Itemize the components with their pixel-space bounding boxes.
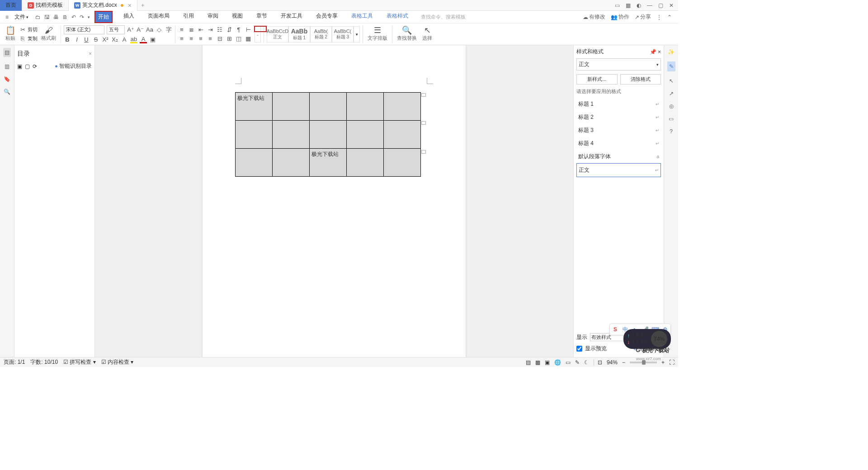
- menu-start[interactable]: 开始: [94, 11, 113, 23]
- app-menu-icon[interactable]: ≡: [4, 13, 10, 21]
- share-icon[interactable]: ↗: [669, 90, 674, 97]
- menu-layout[interactable]: 页面布局: [145, 11, 172, 23]
- font-select[interactable]: [64, 25, 104, 34]
- text-effects-icon[interactable]: A: [121, 36, 128, 43]
- page-indicator[interactable]: 页面: 1/1: [4, 358, 25, 366]
- style-entry-h4[interactable]: 标题 4↵: [576, 137, 661, 150]
- tab-close-icon[interactable]: ×: [128, 2, 132, 9]
- focus-mode-icon[interactable]: ✎: [575, 359, 580, 366]
- save-icon[interactable]: 🖫: [44, 14, 50, 20]
- borders-icon[interactable]: ▦: [245, 35, 252, 42]
- command-search[interactable]: 查找命令、搜索模板: [421, 14, 466, 20]
- highlight-icon[interactable]: ab: [130, 36, 137, 43]
- menu-review[interactable]: 审阅: [205, 11, 221, 23]
- layout-icon[interactable]: ▭: [614, 2, 620, 9]
- line-spacing-icon[interactable]: ⇵: [226, 26, 233, 33]
- menu-member[interactable]: 会员专享: [313, 11, 340, 23]
- nav-expand-icon[interactable]: ▣: [17, 63, 22, 70]
- clear-format-icon[interactable]: ◇: [156, 26, 163, 33]
- clear-format-button[interactable]: 清除格式: [620, 74, 661, 85]
- content-check-button[interactable]: ☑ 内容检查 ▾: [101, 358, 134, 366]
- align-center-icon[interactable]: ≡: [188, 35, 195, 42]
- grid-icon[interactable]: ▦: [625, 2, 631, 9]
- tab-document[interactable]: W 英文文档.docx ×: [69, 0, 137, 11]
- sparkle-icon[interactable]: ✨: [668, 49, 675, 55]
- menu-references[interactable]: 引用: [180, 11, 197, 23]
- menu-table-style[interactable]: 表格样式: [384, 11, 411, 23]
- tab-home[interactable]: 首页: [0, 0, 22, 11]
- qat-dropdown-icon[interactable]: ▾: [88, 15, 90, 19]
- menu-view[interactable]: 视图: [229, 11, 245, 23]
- cell-r3c4[interactable]: [347, 149, 384, 177]
- tablet-icon[interactable]: ▭: [669, 116, 674, 122]
- collab-button[interactable]: 👥 协作: [611, 13, 629, 21]
- spell-check-button[interactable]: ☑ 拼写检查 ▾: [63, 358, 96, 366]
- paste-icon[interactable]: 📋: [7, 27, 14, 34]
- style-entry-h1[interactable]: 标题 1↵: [576, 98, 661, 111]
- pane-close-icon[interactable]: ×: [658, 49, 661, 55]
- share-button[interactable]: ↗ 分享: [635, 13, 651, 21]
- shading-icon[interactable]: ◫: [235, 35, 242, 42]
- cell-r2c4[interactable]: [347, 121, 384, 149]
- zoom-slider[interactable]: [630, 362, 657, 363]
- cell-r3c3[interactable]: 极光下载站: [310, 149, 347, 177]
- style-h2[interactable]: AaBb(标题 2: [310, 26, 332, 42]
- maximize-icon[interactable]: ▢: [657, 2, 664, 9]
- style-h3[interactable]: AaBbC(标题 3: [332, 26, 354, 42]
- view-outline-icon[interactable]: ▣: [545, 359, 550, 366]
- redo-icon[interactable]: ↷: [80, 14, 84, 20]
- nav-bookmark-icon[interactable]: 🔖: [4, 76, 10, 82]
- tab-icon[interactable]: ⊢: [245, 26, 252, 33]
- style-body[interactable]: AaBbCcD正文: [267, 26, 288, 42]
- file-menu[interactable]: 文件 ▾: [11, 13, 32, 21]
- pin-icon[interactable]: 📌: [650, 49, 656, 55]
- row-handle[interactable]: [421, 121, 426, 125]
- paragraph-icon[interactable]: ¶: [235, 26, 242, 33]
- char-shading-icon[interactable]: ▣: [149, 36, 156, 43]
- superscript-icon[interactable]: X²: [102, 36, 109, 43]
- phonetic-icon[interactable]: 字: [165, 26, 172, 33]
- fullscreen-icon[interactable]: ⛶: [669, 359, 675, 366]
- eye-protect-icon[interactable]: ☾: [584, 359, 589, 366]
- row-handle[interactable]: [421, 150, 426, 154]
- style-entry-h3[interactable]: 标题 3↵: [576, 124, 661, 137]
- show-preview-checkbox[interactable]: [576, 346, 582, 352]
- select-button[interactable]: ↖选择: [420, 27, 434, 42]
- strikethrough-icon[interactable]: S: [92, 36, 99, 43]
- align-left-icon[interactable]: ≡: [178, 35, 185, 42]
- underline-icon[interactable]: U: [83, 36, 90, 43]
- cell-r1c2[interactable]: [273, 93, 310, 121]
- tab-templates[interactable]: D 找稻壳模板: [22, 0, 69, 11]
- bold-icon[interactable]: B: [64, 36, 71, 43]
- indent-right-icon[interactable]: ⇥: [207, 26, 214, 33]
- selection-icon[interactable]: ↖: [669, 78, 674, 84]
- new-tab-button[interactable]: +: [137, 2, 148, 9]
- zoom-out-icon[interactable]: −: [622, 359, 625, 366]
- styles-icon[interactable]: ✎: [667, 61, 675, 71]
- close-window-icon[interactable]: ✕: [668, 2, 675, 9]
- minimize-icon[interactable]: —: [646, 2, 653, 9]
- nav-search-icon[interactable]: 🔍: [4, 89, 10, 95]
- bullets-icon[interactable]: ≡: [178, 26, 185, 33]
- style-h1[interactable]: AaBb标题 1: [288, 26, 310, 42]
- location-icon[interactable]: ◎: [669, 103, 674, 109]
- formatpainter-group[interactable]: 🖌 格式刷: [39, 27, 58, 42]
- font-color-icon[interactable]: A: [140, 36, 147, 43]
- textlayout-button[interactable]: ☰文字排版: [366, 27, 389, 42]
- cell-r3c5[interactable]: [384, 149, 421, 177]
- cell-r1c5[interactable]: [384, 93, 421, 121]
- cell-r2c1[interactable]: [236, 121, 273, 149]
- new-style-button[interactable]: 新样式...: [576, 74, 618, 85]
- document-canvas[interactable]: 极光下载站 极光下载站: [95, 45, 573, 357]
- styles-more-icon[interactable]: ▾: [354, 26, 360, 42]
- paragraph-dialog-launcher[interactable]: ⌄: [255, 26, 261, 42]
- undo-icon[interactable]: ↶: [71, 14, 76, 20]
- align-justify-icon[interactable]: ≡: [207, 35, 214, 42]
- smart-toc-button[interactable]: ● 智能识别目录: [55, 62, 92, 70]
- nav-close-icon[interactable]: ×: [89, 51, 92, 57]
- numbering-icon[interactable]: ≣: [188, 26, 195, 33]
- open-icon[interactable]: 🗀: [35, 14, 41, 20]
- menu-table-tools[interactable]: 表格工具: [349, 11, 376, 23]
- align-right-icon[interactable]: ≡: [197, 35, 204, 42]
- nav-thumbnails-icon[interactable]: ▥: [5, 63, 9, 70]
